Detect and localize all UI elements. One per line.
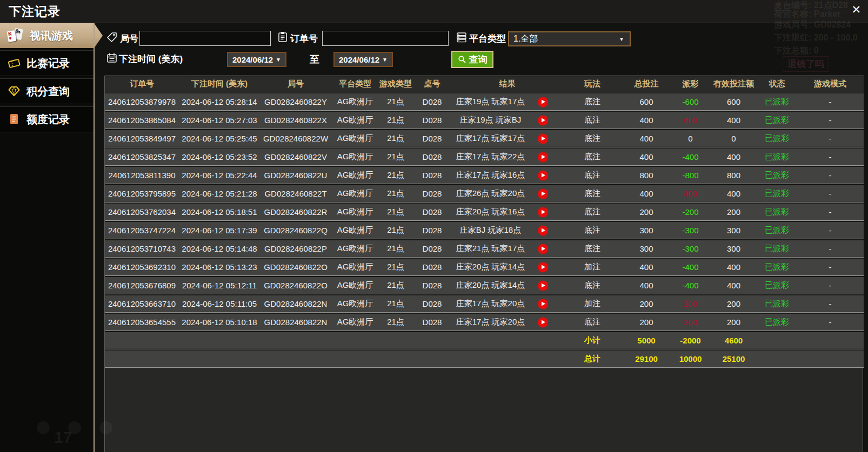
- cell-game-mode: -: [797, 92, 864, 111]
- records-table: 订单号 下注时间 (美东) 局号 平台类型 游戏类型 桌号 结果 玩法 总投注 …: [105, 76, 864, 368]
- play-video-icon[interactable]: [538, 152, 548, 162]
- order-input[interactable]: [322, 31, 449, 46]
- total-valid: 25100: [710, 349, 757, 368]
- sidebar-item-points-query[interactable]: 积分查询: [0, 78, 94, 104]
- cell-valid-bet: 300: [710, 221, 757, 239]
- cell-play-type: 底注: [563, 166, 622, 184]
- cell-total-bet: 400: [622, 276, 671, 294]
- date-to-picker[interactable]: 2024/06/12 ▼: [333, 52, 393, 67]
- cell-game-mode: -: [797, 166, 864, 184]
- playing-cards-icon: 9♠ K♥: [7, 29, 24, 43]
- cell-platform: AG欧洲厅: [331, 166, 379, 184]
- cell-valid-bet: 300: [710, 239, 757, 258]
- col-order: 订单号: [105, 76, 179, 92]
- cell-order: 240612053692310: [105, 258, 179, 276]
- cell-time: 2024-06-12 05:11:05: [179, 294, 260, 313]
- cell-round: GD0282460822N: [260, 313, 331, 331]
- cell-valid-bet: 800: [710, 166, 757, 184]
- cell-time: 2024-06-12 05:27:03: [179, 111, 260, 129]
- cell-total-bet: 200: [622, 294, 671, 313]
- status-badge: 已派彩: [757, 258, 797, 276]
- cell-valid-bet: 400: [710, 184, 757, 203]
- to-label: 至: [310, 53, 319, 66]
- subtotal-label: 小计: [563, 331, 622, 349]
- cell-round: GD0282460822T: [260, 184, 331, 203]
- cell-play-type: 底注: [563, 221, 622, 239]
- result-text: 庄家17点 玩家17点: [456, 133, 525, 143]
- cell-order: 240612053663710: [105, 294, 179, 313]
- cell-game-type: 21点: [379, 147, 412, 166]
- play-video-icon[interactable]: [538, 280, 548, 291]
- platform-select[interactable]: 1.全部 ▼: [508, 31, 631, 46]
- cell-valid-bet: 400: [710, 258, 757, 276]
- cell-time: 2024-06-12 05:14:48: [179, 239, 260, 258]
- sidebar-item-match-records[interactable]: 比赛记录: [0, 50, 94, 76]
- cell-total-bet: 300: [622, 239, 671, 258]
- cell-play-type: 底注: [563, 111, 622, 129]
- play-video-icon[interactable]: [538, 225, 548, 235]
- cell-game-mode: -: [797, 276, 864, 294]
- cell-platform: AG欧洲厅: [331, 92, 379, 111]
- cell-game-mode: -: [797, 294, 864, 313]
- cell-round: GD0282460822O: [260, 276, 331, 294]
- play-video-icon[interactable]: [538, 244, 548, 254]
- table-row: 240612053676809 2024-06-12 05:12:11 GD02…: [105, 276, 864, 294]
- cell-total-bet: 800: [622, 166, 671, 184]
- cell-round: GD0282460822Q: [260, 221, 331, 239]
- sidebar-item-label: 比赛记录: [26, 56, 70, 71]
- result-text: 庄家21点 玩家17点: [456, 244, 525, 253]
- play-video-icon[interactable]: [538, 317, 548, 327]
- status-badge: 已派彩: [757, 129, 797, 147]
- total-payout: 10000: [671, 349, 710, 368]
- chevron-down-icon: ▼: [619, 36, 624, 42]
- col-total-bet: 总投注: [622, 76, 671, 92]
- cell-game-type: 21点: [379, 313, 412, 331]
- cell-game-mode: -: [797, 129, 864, 147]
- result-text: 庄家17点 玩家16点: [456, 170, 525, 179]
- cell-total-bet: 400: [622, 111, 671, 129]
- result-text: 庄家19点 玩家BJ: [460, 115, 521, 124]
- close-icon[interactable]: ✕: [851, 4, 861, 15]
- table-row: 240612053795895 2024-06-12 05:21:28 GD02…: [105, 184, 864, 203]
- play-video-icon[interactable]: [538, 133, 548, 144]
- cell-order: 240612053762034: [105, 203, 179, 221]
- cell-result: 庄家BJ 玩家18点: [452, 221, 563, 239]
- cell-time: 2024-06-12 05:22:44: [179, 166, 260, 184]
- cell-result: 庄家17点 玩家20点: [452, 313, 563, 331]
- play-video-icon[interactable]: [538, 299, 548, 309]
- records-table-container: 订单号 下注时间 (美东) 局号 平台类型 游戏类型 桌号 结果 玩法 总投注 …: [104, 76, 863, 452]
- cell-payout: -600: [671, 92, 710, 111]
- play-video-icon[interactable]: [538, 170, 548, 180]
- sidebar-item-quota-records[interactable]: 额度记录: [0, 106, 94, 132]
- cell-order: 240612053654555: [105, 313, 179, 331]
- cell-result: 庄家21点 玩家17点: [452, 239, 563, 258]
- play-video-icon[interactable]: [538, 188, 548, 199]
- cell-game-type: 21点: [379, 294, 412, 313]
- play-video-icon[interactable]: [538, 115, 548, 125]
- cell-total-bet: 200: [622, 313, 671, 331]
- total-row: 总计 29100 10000 25100: [105, 349, 864, 368]
- query-button[interactable]: 查询: [451, 51, 493, 68]
- cell-payout: -400: [671, 147, 710, 166]
- subtotal-valid: 4600: [710, 331, 757, 349]
- gem-icon: [7, 85, 21, 98]
- cell-valid-bet: 0: [710, 129, 757, 147]
- round-input[interactable]: [139, 31, 271, 46]
- cell-platform: AG欧洲厅: [331, 111, 379, 129]
- cell-payout: 600: [671, 111, 710, 129]
- cell-valid-bet: 200: [710, 294, 757, 313]
- cell-game-mode: -: [797, 239, 864, 258]
- table-row: 240612053710743 2024-06-12 05:14:48 GD02…: [105, 239, 864, 258]
- round-label: 局号: [120, 32, 138, 45]
- cell-game-mode: -: [797, 111, 864, 129]
- cell-game-type: 21点: [379, 276, 412, 294]
- play-video-icon[interactable]: [538, 262, 548, 272]
- status-badge: 已派彩: [757, 203, 797, 221]
- query-button-label: 查询: [469, 53, 488, 66]
- play-video-icon[interactable]: [538, 207, 548, 217]
- play-video-icon[interactable]: [538, 97, 548, 107]
- status-badge: 已派彩: [757, 184, 797, 203]
- cell-result: 庄家17点 玩家17点: [452, 129, 563, 147]
- date-from-picker[interactable]: 2024/06/12 ▼: [227, 52, 286, 67]
- cell-payout: 400: [671, 184, 710, 203]
